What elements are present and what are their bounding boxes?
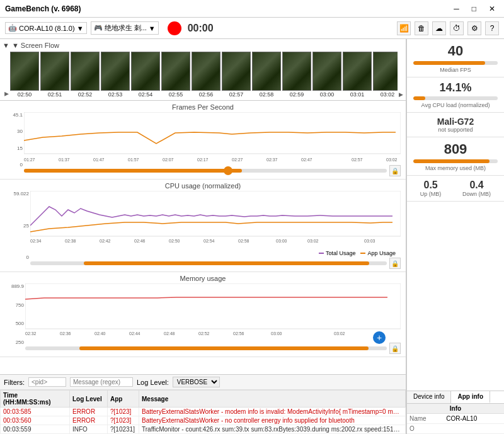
tab-device-info[interactable]: Device info — [407, 391, 451, 403]
screen-flow-label: ▼ Screen Flow — [12, 42, 59, 49]
log-row: 00:03:559 INFO ?[10231] TrafficMonitor -… — [1, 425, 406, 434]
thumbnail-item[interactable]: 02:53 — [101, 52, 130, 98]
fps-value: 40 — [413, 43, 498, 59]
svg-text:02:44: 02:44 — [129, 331, 140, 336]
cpu-chart-container: CPU usage (normalized) 59.022250 — [0, 180, 406, 272]
cpu-thumb[interactable] — [84, 261, 369, 265]
scroll-left-arrow[interactable]: ◀ — [3, 91, 10, 98]
app-usage-legend: App Usage — [360, 250, 396, 256]
memory-lock-button[interactable]: 🔒 — [389, 343, 401, 354]
svg-text:02:40: 02:40 — [94, 331, 106, 336]
message-filter[interactable] — [70, 377, 133, 387]
memory-scrollbar[interactable]: 🔒 — [25, 343, 401, 354]
tab-app-info[interactable]: App info — [451, 391, 490, 403]
memory-thumb[interactable] — [79, 346, 369, 350]
fps-stat-card: 40 Median FPS — [407, 39, 504, 77]
fps-label: Median FPS — [413, 67, 498, 73]
left-panel: ▼ ▼ Screen Flow ◀ 02:5002:5102:5202:5302… — [0, 39, 406, 434]
scroll-right-arrow[interactable]: ▶ — [398, 91, 403, 98]
log-col-app: App — [108, 391, 139, 408]
thumbnail-item[interactable]: 03:00 — [312, 52, 341, 98]
info-name: Name — [407, 414, 444, 424]
log-level: ERROR — [70, 416, 108, 425]
thumbnail-item[interactable]: 02:50 — [10, 52, 39, 98]
svg-text:02:46: 02:46 — [134, 239, 146, 243]
add-button[interactable]: + — [373, 331, 386, 344]
cpu-value: 14.1% — [413, 81, 498, 94]
gear-icon[interactable]: ⚙ — [467, 21, 481, 35]
up-label: Up (MB) — [420, 191, 442, 197]
info-table: Info NameCOR-AL10O — [407, 404, 504, 434]
log-level-select[interactable]: VERBOSE — [173, 377, 220, 387]
memory-bar — [413, 159, 490, 163]
memory-y-axis: 889.9750500250 — [5, 283, 25, 354]
game-icon: 🎮 — [94, 24, 103, 32]
memory-value: 809 — [413, 141, 498, 157]
log-level: ERROR — [70, 408, 108, 416]
memory-chart-container: Memory usage 889.9750500250 02:32 02:36 — [0, 272, 406, 357]
clock-icon[interactable]: ⏱ — [450, 21, 464, 35]
cpu-lock-button[interactable]: 🔒 — [389, 258, 401, 269]
thumbnail-item[interactable]: 02:54 — [131, 52, 160, 98]
record-button[interactable] — [168, 21, 181, 35]
device-chevron-icon: ▼ — [77, 25, 84, 32]
maximize-button[interactable]: □ — [468, 4, 480, 13]
filter-bar: Filters: Log Level: VERBOSE — [0, 375, 406, 390]
help-icon[interactable]: ? — [485, 21, 499, 35]
game-name: 绝地求生 刺... — [105, 23, 147, 33]
thumbnails-container: 02:5002:5102:5202:5302:5402:5502:5602:57… — [10, 52, 398, 98]
svg-text:02:50: 02:50 — [169, 239, 180, 243]
cpu-stat-card: 14.1% Avg CPU load (normalized) — [407, 77, 504, 113]
fps-chart-container: Frames Per Second 45.130150 01:27 01:37 — [0, 101, 406, 180]
memory-label: Max memory used (MB) — [413, 165, 498, 171]
svg-text:03:02: 03:02 — [334, 331, 345, 336]
svg-text:02:52: 02:52 — [198, 331, 210, 336]
fps-track[interactable] — [24, 169, 387, 173]
cpu-track[interactable] — [30, 261, 387, 265]
app-usage-dot — [360, 253, 365, 254]
log-app: ?[1023] — [108, 408, 139, 416]
svg-text:02:34: 02:34 — [30, 239, 42, 243]
memory-stat-card: 809 Max memory used (MB) — [407, 137, 504, 176]
thumbnail-item[interactable]: 02:56 — [192, 52, 220, 98]
thumbnail-item[interactable]: 02:59 — [282, 52, 311, 98]
network-stat-row: 0.5 Up (MB) 0.4 Down (MB) — [407, 176, 504, 202]
collapse-icon[interactable]: ▼ — [3, 42, 9, 49]
pid-filter[interactable] — [28, 377, 66, 387]
game-selector[interactable]: 🎮 绝地求生 刺... ▼ — [91, 21, 159, 35]
thumbnail-item[interactable]: 03:02 — [373, 52, 398, 98]
fps-chart-area: 01:27 01:37 01:47 01:57 02:07 02:17 02:2… — [24, 112, 401, 176]
delete-icon[interactable]: 🗑 — [415, 21, 428, 35]
cloud-icon[interactable]: ☁ — [432, 21, 446, 35]
fps-bar — [413, 61, 485, 65]
thumbnail-item[interactable]: 02:51 — [40, 52, 69, 98]
thumbnail-item[interactable]: 02:57 — [222, 52, 251, 98]
close-button[interactable]: ✕ — [485, 4, 499, 13]
thumbnail-item[interactable]: 02:55 — [161, 52, 190, 98]
memory-bar-container — [413, 159, 498, 163]
fps-bar-container — [413, 61, 498, 65]
device-selector[interactable]: 🤖 COR-AL10 (8.1.0) ▼ — [5, 22, 87, 34]
fps-chart-svg: 01:27 01:37 01:47 01:57 02:07 02:17 02:2… — [24, 112, 401, 163]
app-usage-label: App Usage — [367, 250, 396, 256]
thumbnail-item[interactable]: 02:52 — [71, 52, 100, 98]
fps-scrollbar[interactable]: 🔒 — [24, 165, 401, 176]
thumbnail-item[interactable]: 03:01 — [343, 52, 372, 98]
memory-chart-title: Memory usage — [5, 275, 401, 282]
download-stat: 0.4 Down (MB) — [462, 180, 491, 197]
fps-handle[interactable] — [224, 166, 232, 175]
gpu-stat-card: Mali-G72 not supported — [407, 113, 504, 137]
fps-lock-button[interactable]: 🔒 — [389, 165, 401, 176]
memory-track[interactable] — [25, 346, 387, 350]
svg-text:03:03: 03:03 — [364, 239, 375, 243]
cpu-label: Avg CPU load (normalized) — [413, 102, 498, 108]
info-row: O — [407, 424, 504, 434]
fps-y-axis: 45.130150 — [5, 112, 24, 176]
cpu-chart-title: CPU usage (normalized) — [5, 182, 401, 190]
down-label: Down (MB) — [462, 191, 491, 197]
fps-thumb[interactable] — [24, 169, 242, 173]
thumbnail-item[interactable]: 02:58 — [252, 52, 281, 98]
minimize-button[interactable]: ─ — [450, 4, 463, 13]
log-area: Filters: Log Level: VERBOSE Time (HH:MM:… — [0, 374, 406, 434]
cpu-scrollbar[interactable]: 🔒 — [30, 258, 401, 269]
